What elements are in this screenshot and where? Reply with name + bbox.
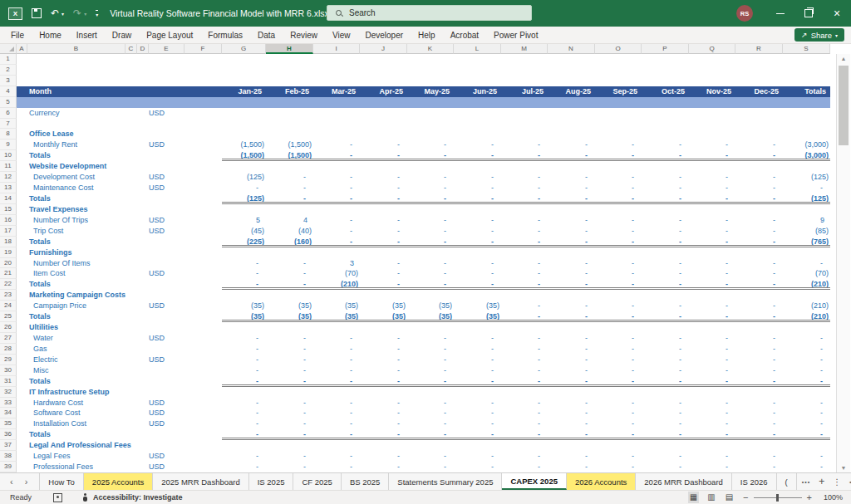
row-header-16[interactable]: 16	[0, 215, 17, 226]
row-label-maintenance-cost[interactable]: Maintenance Cost	[27, 183, 149, 193]
value-cell[interactable]: -	[407, 429, 454, 440]
row-header-39[interactable]: 39	[0, 462, 17, 472]
value-cell[interactable]: -	[548, 215, 595, 226]
value-cell[interactable]: -	[454, 462, 501, 472]
month-header-jan-25[interactable]: Jan-25	[222, 86, 266, 97]
value-cell[interactable]: -	[407, 355, 454, 365]
row-label-gas[interactable]: Gas	[27, 344, 149, 355]
month-header-may-25[interactable]: May-25	[407, 86, 454, 97]
value-cell[interactable]: -	[360, 376, 407, 387]
value-cell[interactable]: -	[548, 376, 595, 387]
value-cell[interactable]: -	[360, 279, 407, 290]
value-cell[interactable]: -	[222, 408, 266, 418]
column-header-e[interactable]: E	[149, 44, 184, 54]
value-cell[interactable]: (35)	[313, 311, 360, 322]
value-cell[interactable]: -	[222, 355, 266, 365]
value-cell[interactable]: (125)	[783, 172, 830, 183]
value-cell[interactable]: -	[735, 237, 783, 247]
row-label-currency[interactable]: Currency	[27, 108, 149, 119]
value-cell[interactable]: -	[407, 462, 454, 472]
row-label-totals[interactable]: Totals	[27, 279, 149, 290]
value-cell[interactable]: -	[501, 462, 548, 472]
row-header-35[interactable]: 35	[0, 418, 17, 429]
value-cell[interactable]: -	[642, 193, 689, 204]
value-cell[interactable]: -	[407, 398, 454, 409]
value-cell[interactable]: -	[266, 418, 313, 429]
value-cell[interactable]: -	[313, 150, 360, 161]
value-cell[interactable]: -	[501, 139, 548, 150]
unit-cell[interactable]	[149, 237, 184, 247]
value-cell[interactable]: -	[689, 301, 735, 311]
value-cell[interactable]: -	[360, 418, 407, 429]
row-header-6[interactable]: 6	[0, 108, 17, 119]
cell[interactable]	[17, 322, 27, 333]
value-cell[interactable]: -	[689, 268, 735, 279]
row-label-item-cost[interactable]: Item Cost	[27, 268, 149, 279]
value-cell[interactable]: -	[360, 365, 407, 376]
value-cell[interactable]: -	[360, 408, 407, 418]
value-cell[interactable]: -	[735, 301, 783, 311]
row-label-monthly-rent[interactable]: Monthly Rent	[27, 139, 149, 150]
value-cell[interactable]: -	[548, 172, 595, 183]
value-cell[interactable]: -	[407, 237, 454, 247]
value-cell[interactable]: -	[735, 333, 783, 344]
value-cell[interactable]: -	[313, 333, 360, 344]
value-cell[interactable]: -	[407, 418, 454, 429]
cell[interactable]	[184, 408, 222, 418]
row-header-37[interactable]: 37	[0, 440, 17, 451]
row-header-4[interactable]: 4	[0, 86, 17, 97]
row-label-professional-fees[interactable]: Professional Fees	[27, 462, 149, 472]
unit-cell[interactable]	[149, 344, 184, 355]
value-cell[interactable]: -	[360, 462, 407, 472]
zoom-in-button[interactable]: +	[807, 493, 812, 502]
value-cell[interactable]: -	[642, 333, 689, 344]
value-cell[interactable]: (35)	[266, 301, 313, 311]
row-header-10[interactable]: 10	[0, 150, 17, 161]
month-header-mar-25[interactable]: Mar-25	[313, 86, 360, 97]
row-header-29[interactable]: 29	[0, 355, 17, 365]
row-header-7[interactable]: 7	[0, 119, 17, 130]
value-cell[interactable]: -	[548, 408, 595, 418]
value-cell[interactable]: -	[454, 172, 501, 183]
menu-tab-developer[interactable]: Developer	[357, 27, 411, 44]
value-cell[interactable]: -	[548, 311, 595, 322]
value-cell[interactable]: -	[407, 226, 454, 237]
value-cell[interactable]: -	[735, 258, 783, 269]
sheet-options-icon[interactable]: ⋮	[833, 477, 841, 487]
value-cell[interactable]: -	[266, 408, 313, 418]
value-cell[interactable]: -	[783, 398, 830, 409]
row-header-12[interactable]: 12	[0, 172, 17, 183]
vertical-scrollbar[interactable]: ▲ ▼	[836, 54, 850, 472]
menu-tab-home[interactable]: Home	[32, 27, 69, 44]
value-cell[interactable]: -	[501, 268, 548, 279]
undo-caret-icon[interactable]: ▾	[61, 11, 64, 17]
value-cell[interactable]: (40)	[266, 226, 313, 237]
sheet-tab-is-2025[interactable]: IS 2025	[249, 473, 294, 490]
value-cell[interactable]: (35)	[222, 311, 266, 322]
unit-cell[interactable]: USD	[149, 108, 184, 119]
horizontal-scrollbar[interactable]: ◄ ►	[848, 473, 851, 490]
month-header-feb-25[interactable]: Feb-25	[266, 86, 313, 97]
value-cell[interactable]: -	[266, 398, 313, 409]
value-cell[interactable]: -	[548, 462, 595, 472]
cell[interactable]	[17, 97, 830, 108]
value-cell[interactable]: -	[595, 150, 642, 161]
value-cell[interactable]: -	[689, 355, 735, 365]
value-cell[interactable]: -	[222, 418, 266, 429]
value-cell[interactable]: -	[783, 418, 830, 429]
row-label-number-of-items[interactable]: Number Of Items	[27, 258, 149, 269]
value-cell[interactable]: -	[548, 451, 595, 462]
value-cell[interactable]: -	[548, 268, 595, 279]
sheet-tab-blank[interactable]: (	[777, 473, 797, 490]
value-cell[interactable]: -	[360, 150, 407, 161]
value-cell[interactable]: -	[454, 398, 501, 409]
value-cell[interactable]: -	[313, 344, 360, 355]
value-cell[interactable]: -	[689, 237, 735, 247]
value-cell[interactable]: -	[454, 376, 501, 387]
value-cell[interactable]: -	[266, 429, 313, 440]
value-cell[interactable]: (1,500)	[266, 150, 313, 161]
value-cell[interactable]: -	[689, 150, 735, 161]
cell[interactable]	[17, 301, 27, 311]
value-cell[interactable]: -	[548, 344, 595, 355]
value-cell[interactable]: -	[360, 355, 407, 365]
